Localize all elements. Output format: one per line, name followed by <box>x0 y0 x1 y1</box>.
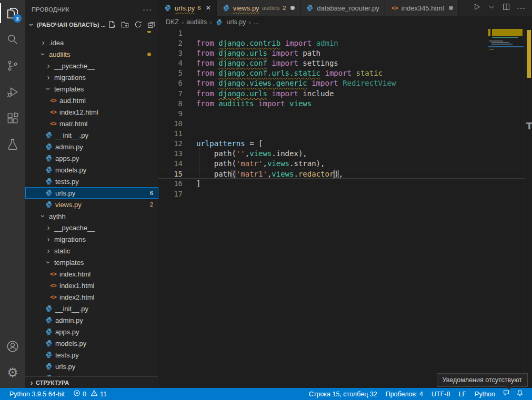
status-python-interpreter[interactable]: Python 3.9.5 64-bit <box>5 388 69 400</box>
status-problems[interactable]: 011 <box>69 388 111 400</box>
file-index-html[interactable]: <>index.html <box>25 268 158 280</box>
code-line-5[interactable]: 5from django.conf.urls.static import sta… <box>158 68 525 78</box>
more-actions-icon[interactable]: ··· <box>143 5 152 14</box>
settings-icon[interactable]: ⚙ <box>0 360 25 386</box>
file-index2-html[interactable]: <>index2.html <box>25 291 158 303</box>
tab-label: views.py <box>233 4 259 12</box>
feedback-icon <box>503 389 510 398</box>
chevron-right-icon: › <box>39 38 47 47</box>
code-text: from django.conf import settings <box>196 58 338 68</box>
tree-item-label: __pycache__ <box>54 62 95 70</box>
code-line-12[interactable]: 12urlpatterns = [ <box>158 139 525 149</box>
folder-audiiits[interactable]: ›audiiits <box>25 48 158 60</box>
sidebar-header: ПРОВОДНИК ··· <box>25 0 158 18</box>
status-cursor-position[interactable]: Строка 15, столбец 32 <box>305 391 382 398</box>
code-line-17[interactable]: 17 <box>158 189 525 199</box>
breadcrumb-item[interactable]: ... <box>254 18 259 26</box>
code-line-6[interactable]: 6from django.views.generic import Redire… <box>158 78 525 88</box>
file-matr-html[interactable]: <>matr.html <box>25 118 158 129</box>
folder-templates[interactable]: ›templates <box>25 83 158 95</box>
file--init-py[interactable]: __init__.py <box>25 129 158 141</box>
file-apps-py[interactable]: apps.py <box>25 152 158 164</box>
file-index12-html[interactable]: <>index12.html <box>25 106 158 118</box>
code-line-10[interactable]: 10 <box>158 119 525 129</box>
folder-migrations[interactable]: ›migrations <box>25 71 158 83</box>
code-line-2[interactable]: 2from django.contrib import admin <box>158 38 525 48</box>
minimap[interactable] <box>488 29 525 292</box>
code-line-11[interactable]: 11 <box>158 129 525 139</box>
code-line-7[interactable]: 7from django.urls import include <box>158 89 525 99</box>
folder-dkz[interactable]: ›DKZ <box>25 31 158 37</box>
file-aud-html[interactable]: <>aud.html <box>25 95 158 106</box>
status-indentation[interactable]: Пробелов: 4 <box>382 391 427 398</box>
chevron-down-icon[interactable] <box>487 3 496 13</box>
source-control-icon[interactable] <box>0 53 25 79</box>
file-apps-py[interactable]: apps.py <box>25 326 158 337</box>
file-urls-py[interactable]: urls.py6 <box>25 187 158 199</box>
status-notifications[interactable] <box>513 389 527 398</box>
explorer-icon[interactable]: 3 <box>0 0 25 26</box>
tab-urls-py[interactable]: urls.py6✕ <box>158 0 217 16</box>
run-icon[interactable] <box>473 3 481 13</box>
status-eol[interactable]: LF <box>454 391 470 398</box>
collapse-all-icon[interactable] <box>147 20 155 29</box>
refresh-icon[interactable] <box>134 20 142 29</box>
breadcrumb-item[interactable]: audiiits <box>186 18 207 26</box>
tab-database-roouter-py[interactable]: database_roouter.py <box>300 0 385 16</box>
error-icon <box>73 389 81 398</box>
status-feedback[interactable] <box>499 389 513 398</box>
extensions-icon[interactable] <box>0 105 25 131</box>
tab-index345-html[interactable]: <>index345.html <box>385 0 459 16</box>
testing-icon[interactable] <box>0 131 25 158</box>
folder-static[interactable]: ›static <box>25 245 158 257</box>
file-views-py[interactable]: views.py2 <box>25 199 158 210</box>
file-admin-py[interactable]: admin.py <box>25 141 158 152</box>
file-index1-html[interactable]: <>index1.html <box>25 280 158 291</box>
folder-templates[interactable]: ›templates <box>25 257 158 268</box>
file-tests-py[interactable]: tests.py <box>25 349 158 361</box>
breadcrumb-item[interactable]: DKZ <box>166 18 179 26</box>
code-line-1[interactable]: 1 <box>158 28 525 38</box>
split-editor-icon[interactable] <box>502 3 510 13</box>
line-number: 9 <box>158 109 183 119</box>
file-views-py[interactable]: views.py <box>25 372 158 376</box>
new-file-icon[interactable] <box>108 20 116 29</box>
code-line-14[interactable]: 14 path('matr',views.stran), <box>158 159 525 169</box>
breadcrumb-item[interactable]: urls.py <box>227 18 246 26</box>
file-models-py[interactable]: models.py <box>25 164 158 176</box>
workspace-section-header[interactable]: › (РАБОЧАЯ ОБЛАСТЬ) ... <box>25 18 158 31</box>
folder--pycache-[interactable]: ›__pycache__ <box>25 60 158 71</box>
file-urls-py[interactable]: urls.py <box>25 361 158 372</box>
code-line-9[interactable]: 9 <box>158 109 525 119</box>
close-icon[interactable]: ✕ <box>206 4 211 12</box>
editor-scrollbar[interactable] <box>525 28 532 388</box>
folder--idea[interactable]: ›.idea <box>25 37 158 48</box>
outline-section-header[interactable]: › СТРУКТУРА <box>25 376 158 388</box>
dirty-dot-icon[interactable] <box>290 6 295 10</box>
more-icon[interactable]: ··· <box>517 3 526 13</box>
code-line-16[interactable]: 16] <box>158 179 525 189</box>
folder--pycache-[interactable]: ›__pycache__ <box>25 222 158 233</box>
code-line-3[interactable]: 3from django.urls import path <box>158 48 525 58</box>
python-file-icon <box>44 305 54 312</box>
code-editor[interactable]: 12from django.contrib import admin3from … <box>158 28 525 388</box>
folder-aythh[interactable]: ›aythh <box>25 210 158 222</box>
code-line-4[interactable]: 4from django.conf import settings <box>158 58 525 68</box>
folder-migrations[interactable]: ›migrations <box>25 233 158 245</box>
file--init-py[interactable]: __init__.py <box>25 303 158 314</box>
tab-views-py[interactable]: views.pyaudiiits2 <box>217 0 301 16</box>
account-icon[interactable] <box>0 333 25 360</box>
file-tests-py[interactable]: tests.py <box>25 176 158 187</box>
file-models-py[interactable]: models.py <box>25 337 158 349</box>
status-encoding[interactable]: UTF-8 <box>427 391 454 398</box>
search-icon[interactable] <box>0 26 25 53</box>
code-line-8[interactable]: 8from audiiits import views <box>158 99 525 109</box>
code-line-15[interactable]: 15 path('matr1',views.redactor), <box>158 169 525 179</box>
minimap-block <box>489 49 494 50</box>
run-debug-icon[interactable] <box>0 79 25 105</box>
dirty-dot-icon[interactable] <box>449 6 453 10</box>
code-line-13[interactable]: 13 path('',views.index), <box>158 149 525 159</box>
status-language-mode[interactable]: Python <box>470 391 499 398</box>
file-admin-py[interactable]: admin.py <box>25 314 158 326</box>
new-folder-icon[interactable] <box>121 20 129 29</box>
